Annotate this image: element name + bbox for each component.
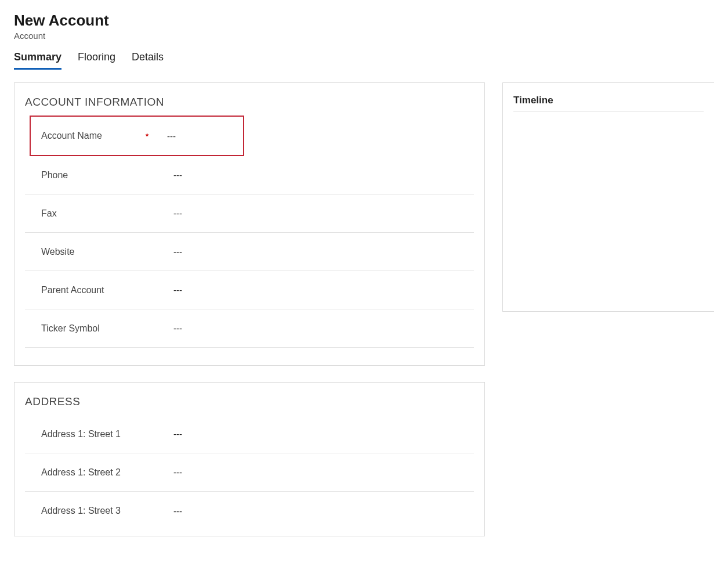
- account-information-title: ACCOUNT INFORMATION: [25, 96, 474, 109]
- page-header: New Account Account: [14, 12, 714, 41]
- required-indicator-icon: *: [146, 132, 149, 140]
- field-label-phone: Phone: [41, 170, 68, 181]
- field-label-address1-street1: Address 1: Street 1: [41, 429, 121, 439]
- field-value-address1-street2[interactable]: ---: [157, 467, 474, 477]
- field-label-address1-street3: Address 1: Street 3: [41, 506, 121, 516]
- field-value-phone[interactable]: ---: [157, 170, 474, 180]
- field-value-address1-street1[interactable]: ---: [157, 429, 474, 439]
- field-address1-street3[interactable]: Address 1: Street 3 ---: [25, 492, 474, 530]
- field-value-account-name[interactable]: ---: [154, 131, 243, 141]
- field-address1-street1[interactable]: Address 1: Street 1 ---: [25, 415, 474, 453]
- field-value-fax[interactable]: ---: [157, 208, 474, 218]
- field-value-website[interactable]: ---: [157, 247, 474, 257]
- page-title: New Account: [14, 12, 714, 30]
- field-label-ticker-symbol: Ticker Symbol: [41, 323, 100, 334]
- field-parent-account[interactable]: Parent Account ---: [25, 271, 474, 309]
- field-label-parent-account: Parent Account: [41, 285, 104, 295]
- account-information-panel: ACCOUNT INFORMATION Account Name * --- P…: [14, 82, 485, 366]
- field-website[interactable]: Website ---: [25, 233, 474, 271]
- address-panel: ADDRESS Address 1: Street 1 --- Address …: [14, 382, 485, 536]
- field-label-wrap: Parent Account: [41, 285, 157, 295]
- field-value-parent-account[interactable]: ---: [157, 285, 474, 295]
- field-address1-street2[interactable]: Address 1: Street 2 ---: [25, 453, 474, 492]
- field-label-fax: Fax: [41, 208, 57, 219]
- entity-type-label: Account: [14, 31, 714, 41]
- field-value-ticker-symbol[interactable]: ---: [157, 323, 474, 333]
- field-label-wrap: Ticker Symbol: [41, 323, 157, 334]
- main-layout: ACCOUNT INFORMATION Account Name * --- P…: [14, 82, 714, 536]
- field-value-address1-street3[interactable]: ---: [157, 506, 474, 516]
- field-phone[interactable]: Phone ---: [25, 156, 474, 194]
- field-label-address1-street2: Address 1: Street 2: [41, 467, 121, 478]
- field-label-wrap: Website: [41, 247, 157, 257]
- tab-flooring[interactable]: Flooring: [78, 51, 115, 70]
- field-ticker-symbol[interactable]: Ticker Symbol ---: [25, 309, 474, 348]
- field-label-wrap: Account Name *: [41, 131, 154, 141]
- field-account-name[interactable]: Account Name * ---: [30, 116, 244, 156]
- timeline-title: Timeline: [513, 95, 704, 111]
- tab-summary[interactable]: Summary: [14, 51, 61, 70]
- timeline-panel: Timeline: [502, 82, 714, 312]
- field-label-wrap: Address 1: Street 2: [41, 467, 157, 478]
- tab-list: Summary Flooring Details: [14, 51, 714, 70]
- field-fax[interactable]: Fax ---: [25, 194, 474, 233]
- right-column: Timeline: [502, 82, 714, 312]
- address-title: ADDRESS: [25, 395, 474, 408]
- field-label-website: Website: [41, 247, 75, 257]
- tab-details[interactable]: Details: [132, 51, 164, 70]
- left-column: ACCOUNT INFORMATION Account Name * --- P…: [14, 82, 485, 536]
- field-label-wrap: Address 1: Street 1: [41, 429, 157, 439]
- field-label-account-name: Account Name: [41, 131, 102, 141]
- field-label-wrap: Phone: [41, 170, 157, 181]
- field-label-wrap: Address 1: Street 3: [41, 506, 157, 516]
- field-label-wrap: Fax: [41, 208, 157, 219]
